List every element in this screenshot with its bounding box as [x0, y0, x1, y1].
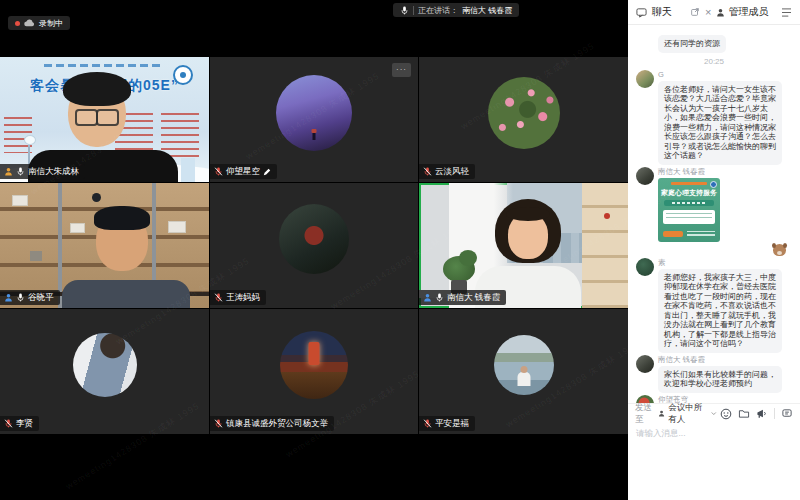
message-bubble: 还有同学的资源 [658, 35, 726, 53]
sender-name: 南信大 钱春霞 [658, 355, 794, 365]
video-tile-lixian[interactable]: 李贤 [0, 309, 209, 434]
shelf-item [168, 221, 186, 233]
edit-name-icon[interactable] [263, 168, 271, 176]
chevron-down-icon[interactable] [711, 411, 717, 416]
tile-name-label: 云淡风轻 [419, 164, 475, 179]
file-icon[interactable] [738, 408, 750, 419]
emoji-icon[interactable] [720, 408, 732, 420]
chat-message [634, 244, 794, 256]
mic-on-icon [16, 293, 25, 302]
participant-face [508, 213, 548, 259]
avatar-figure [517, 372, 530, 386]
chat-message: 还有同学的资源 [634, 32, 794, 53]
poster-footlines [687, 231, 715, 237]
glasses [75, 109, 119, 123]
poster-band [664, 200, 714, 206]
audience-person-icon [658, 409, 665, 418]
chat-popout-icon[interactable] [781, 408, 793, 419]
member-person-icon [716, 8, 725, 17]
participant-name: 李贤 [16, 419, 33, 428]
avatar-figure [313, 130, 316, 140]
video-tile-pinganshifu[interactable]: 平安是福 [419, 309, 628, 434]
chat-image-attachment[interactable]: 家庭心理支持服务 [658, 178, 720, 242]
mic-muted-icon [423, 419, 432, 428]
monument [309, 342, 320, 365]
participant-name: 镇康县诚盛外贸公司杨文举 [226, 419, 328, 428]
participant-name: 平安是福 [435, 419, 469, 428]
shelf-item [70, 223, 85, 233]
participant-name: 云淡风轻 [435, 167, 469, 176]
plant [443, 256, 475, 282]
tile-more-button[interactable]: ··· [392, 63, 411, 77]
video-tile-qianchunxia-active-speaker[interactable]: 南信大 钱春霞 [419, 183, 628, 308]
sender-name: 素 [658, 258, 794, 268]
chat-message: 南信大 钱春霞 家庭心理支持服务 [634, 167, 794, 242]
avatar [488, 77, 560, 149]
dog-sticker [773, 244, 786, 256]
video-tile-yangwangxingkong[interactable]: ··· 仰望星空 [210, 57, 418, 182]
tile-name-label: 南信大 钱春霞 [419, 290, 506, 305]
audience-selector[interactable]: 会议中所有人 [668, 402, 708, 426]
mic-muted-icon [214, 419, 223, 428]
divider [413, 6, 414, 15]
avatar [636, 70, 654, 88]
mic-icon [400, 6, 409, 15]
chat-title: 聊天 [652, 5, 672, 19]
tile-name-label: 南信大朱成林 [0, 164, 85, 179]
chat-message: 仰望苍穹 谢谢教授们耐心的讲解 [634, 395, 794, 404]
tile-name-label: 王涛妈妈 [210, 290, 266, 305]
meeting-window: 录制中 正在讲话： 南信大 钱春霞 客会暴“恋意卿的05E” [0, 0, 800, 500]
avatar [636, 167, 654, 185]
recording-label: 录制中 [39, 18, 63, 29]
shelf-item [12, 195, 28, 206]
red-ornament [604, 213, 610, 219]
message-bubble: 家长们如果有比较棘手的问题，欢迎和学校心理老师预约 [658, 366, 782, 393]
member-list-icon[interactable] [781, 8, 792, 17]
poster-textbox [663, 210, 715, 224]
chat-message: G 各位老师好，请问大一女生该不该恋爱？大几适合恋爱？毕竟家长会认为大一孩子十七… [634, 70, 794, 165]
video-tile-yangwenju[interactable]: 镇康县诚盛外贸公司杨文举 [210, 309, 418, 434]
divider [774, 408, 775, 419]
message-input[interactable] [628, 423, 800, 500]
avatar [636, 355, 654, 373]
mic-muted-icon [214, 293, 223, 302]
mic-muted-icon [214, 167, 223, 176]
participant-name: 南信大 钱春霞 [447, 293, 500, 302]
chat-panel: 聊天 × 管理成员 还有同学的资源 20:25 G 各位老 [628, 0, 800, 500]
poster-name-list [161, 113, 199, 157]
person-icon [4, 293, 13, 302]
wall-shelf [582, 183, 628, 308]
avatar [279, 204, 349, 274]
poster-logo [710, 181, 717, 188]
chat-message-list[interactable]: 还有同学的资源 20:25 G 各位老师好，请问大一女生该不该恋爱？大几适合恋爱… [628, 26, 800, 403]
chat-input-area [628, 423, 800, 500]
video-tile-zhuchenglin[interactable]: 客会暴“恋意卿的05E” 南信大朱成林 [0, 57, 209, 182]
university-logo [173, 65, 193, 85]
avatar [636, 258, 654, 276]
avatar [73, 333, 137, 397]
manage-members-tab[interactable]: 管理成员 [716, 5, 768, 19]
mic-muted-icon [423, 167, 432, 176]
sender-name: 南信大 钱春霞 [658, 167, 794, 177]
poster-subtitle-line [44, 64, 164, 67]
chat-bubble-icon [636, 7, 647, 18]
tile-name-label: 镇康县诚盛外贸公司杨文举 [210, 416, 334, 431]
video-grid: 录制中 正在讲话： 南信大 钱春霞 客会暴“恋意卿的05E” [0, 0, 628, 500]
participant-face [96, 213, 148, 271]
chat-toolbar: 发送至 会议中所有人 [628, 403, 800, 423]
participant-name: 仰望星空 [226, 167, 260, 176]
tile-name-label: 李贤 [0, 416, 39, 431]
mic-on-icon [16, 167, 25, 176]
poster-building [181, 158, 195, 182]
video-tile-wangtaomama[interactable]: 王涛妈妈 [210, 183, 418, 308]
recording-dot-icon [15, 21, 20, 26]
video-tile-guxiaoping[interactable]: 谷晓平 [0, 183, 209, 308]
announcement-icon[interactable] [756, 408, 768, 419]
video-tile-yundanfengqing[interactable]: 云淡风轻 [419, 57, 628, 182]
recording-badge[interactable]: 录制中 [8, 16, 70, 30]
popout-icon[interactable] [690, 7, 700, 17]
participant-shoulders [62, 280, 190, 308]
person-icon [423, 293, 432, 302]
close-icon[interactable]: × [705, 7, 711, 18]
speaking-badge: 正在讲话： 南信大 钱春霞 [393, 3, 519, 17]
